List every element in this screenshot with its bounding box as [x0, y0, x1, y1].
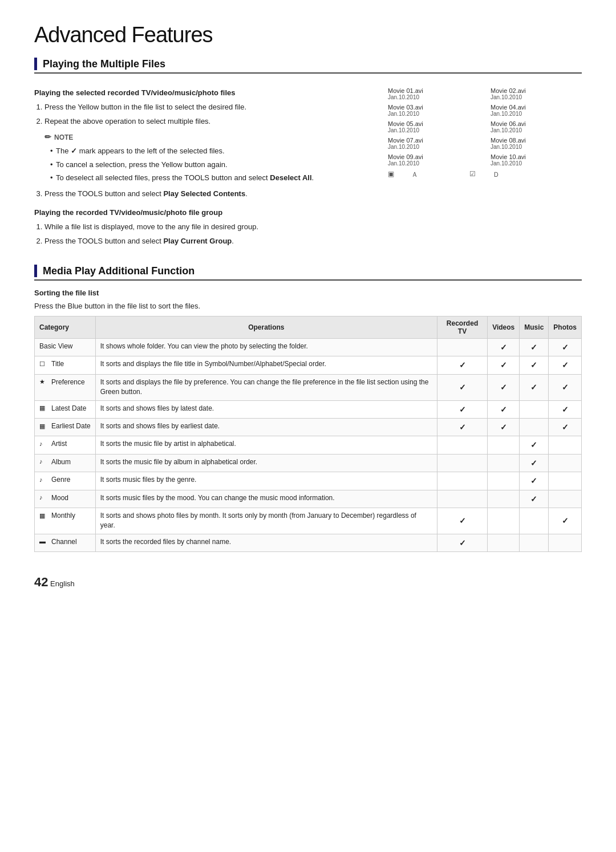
cat-cell-1: ☐Title — [35, 356, 96, 374]
note-label: ✏ NOTE — [44, 131, 376, 143]
icon-square: ▣ — [388, 170, 394, 180]
page-label: English — [50, 579, 75, 588]
photos-cell-7 — [549, 472, 582, 490]
desc-cell-10: It sorts the recorded files by channel n… — [95, 534, 437, 551]
photos-cell-8 — [549, 490, 582, 508]
desc-cell-5: It sorts the music file by artist in alp… — [95, 436, 437, 454]
subsection2-title: Playing the recorded TV/video/music/phot… — [34, 208, 376, 217]
th-recorded-tv: Recorded TV — [437, 317, 487, 339]
th-photos: Photos — [549, 317, 582, 339]
videos-cell-2: ✓ — [488, 374, 520, 400]
cat-cell-6: ♪Album — [35, 454, 96, 472]
desc-cell-3: It sorts and shows files by latest date. — [95, 400, 437, 418]
desc-cell-4: It sorts and shows files by earliest dat… — [95, 418, 437, 436]
file-item-8: Movie 09.avi Jan.10.2010 — [388, 153, 479, 167]
videos-cell-4: ✓ — [488, 418, 520, 436]
videos-cell-5 — [488, 436, 520, 454]
videos-cell-8 — [488, 490, 520, 508]
page-num-area: 42 English — [34, 575, 582, 590]
videos-cell-3: ✓ — [488, 400, 520, 418]
section2-title: Media Play Additional Function — [43, 265, 194, 277]
table-row: ★PreferenceIt sorts and displays the fil… — [35, 374, 582, 400]
cat-cell-5: ♪Artist — [35, 436, 96, 454]
note-item-1: The ✓ mark appears to the left of the se… — [50, 145, 376, 157]
icon-a: Ａ — [411, 170, 418, 180]
videos-cell-6 — [488, 454, 520, 472]
th-music: Music — [520, 317, 549, 339]
recorded_tv-cell-8 — [437, 490, 487, 508]
photos-cell-2: ✓ — [549, 374, 582, 400]
recorded_tv-cell-4: ✓ — [437, 418, 487, 436]
table-row: Basic ViewIt shows whole folder. You can… — [35, 339, 582, 356]
desc-cell-0: It shows whole folder. You can view the … — [95, 339, 437, 356]
music-cell-8: ✓ — [520, 490, 549, 508]
section2-header: Media Play Additional Function — [34, 265, 582, 281]
music-cell-4 — [520, 418, 549, 436]
table-row: ♪ArtistIt sorts the music file by artist… — [35, 436, 582, 454]
desc-cell-6: It sorts the music file by album in alph… — [95, 454, 437, 472]
music-cell-7: ✓ — [520, 472, 549, 490]
music-cell-10 — [520, 534, 549, 551]
section1-content: Playing the selected recorded TV/video/m… — [34, 82, 582, 251]
step-2: Repeat the above operation to select mul… — [44, 116, 376, 184]
file-item-4: Movie 05.avi Jan.10.2010 — [388, 120, 479, 133]
music-cell-1: ✓ — [520, 356, 549, 374]
desc-cell-1: It sorts and displays the file title in … — [95, 356, 437, 374]
recorded_tv-cell-2: ✓ — [437, 374, 487, 400]
page-title: Advanced Features — [34, 23, 582, 47]
music-cell-0: ✓ — [520, 339, 549, 356]
recorded_tv-cell-10: ✓ — [437, 534, 487, 551]
sort-table-body: Basic ViewIt shows whole folder. You can… — [35, 339, 582, 552]
icon-check-box: ☑ — [469, 170, 476, 180]
table-row: ▦Earliest DateIt sorts and shows files b… — [35, 418, 582, 436]
subsection2-steps: While a file list is displayed, move to … — [44, 221, 376, 246]
sub2-step-1: While a file list is displayed, move to … — [44, 221, 376, 233]
note-items: The ✓ mark appears to the left of the se… — [50, 145, 376, 184]
recorded_tv-cell-5 — [437, 436, 487, 454]
section1-header: Playing the Multiple Files — [34, 58, 582, 74]
music-cell-6: ✓ — [520, 454, 549, 472]
photos-cell-6 — [549, 454, 582, 472]
subsection1-steps: Press the Yellow button in the file list… — [44, 102, 376, 199]
section1-left: Playing the selected recorded TV/video/m… — [34, 82, 376, 251]
file-item-5: Movie 06.avi Jan.10.2010 — [491, 120, 582, 133]
table-header-row: Category Operations Recorded TV Videos M… — [35, 317, 582, 339]
sorting-description: Press the Blue button in the file list t… — [34, 302, 582, 310]
recorded_tv-cell-9: ✓ — [437, 508, 487, 534]
cat-cell-2: ★Preference — [35, 374, 96, 400]
recorded_tv-cell-7 — [437, 472, 487, 490]
cat-cell-8: ♪Mood — [35, 490, 96, 508]
recorded_tv-cell-6 — [437, 454, 487, 472]
cat-cell-7: ♪Genre — [35, 472, 96, 490]
step-3: Press the TOOLS button and select Play S… — [44, 188, 376, 200]
table-row: ▦MonthlyIt sorts and shows photo files b… — [35, 508, 582, 534]
note-item-2: To cancel a selection, press the Yellow … — [50, 159, 376, 171]
section1-title: Playing the Multiple Files — [43, 58, 165, 70]
cat-cell-10: ▬Channel — [35, 534, 96, 551]
file-item-7: Movie 08.avi Jan.10.2010 — [491, 137, 582, 150]
cat-cell-9: ▦Monthly — [35, 508, 96, 534]
table-row: ▬ChannelIt sorts the recorded files by c… — [35, 534, 582, 551]
videos-cell-9 — [488, 508, 520, 534]
recorded_tv-cell-0 — [437, 339, 487, 356]
photos-cell-1: ✓ — [549, 356, 582, 374]
recorded_tv-cell-3: ✓ — [437, 400, 487, 418]
icon-d: Ｄ — [493, 170, 500, 180]
photos-cell-0: ✓ — [549, 339, 582, 356]
videos-cell-10 — [488, 534, 520, 551]
file-item-6: Movie 07.avi Jan.10.2010 — [388, 137, 479, 150]
desc-cell-8: It sorts music files by the mood. You ca… — [95, 490, 437, 508]
note-item-3: To deselect all selected files, press th… — [50, 172, 376, 184]
file-item-3: Movie 04.avi Jan.10.2010 — [491, 104, 582, 117]
photos-cell-3: ✓ — [549, 400, 582, 418]
step-1: Press the Yellow button in the file list… — [44, 102, 376, 113]
table-row: ♪MoodIt sorts music files by the mood. Y… — [35, 490, 582, 508]
table-row: ♪GenreIt sorts music files by the genre.… — [35, 472, 582, 490]
file-item-2: Movie 03.avi Jan.10.2010 — [388, 104, 479, 117]
section2-bar — [34, 265, 37, 277]
page-number: 42 — [34, 575, 48, 589]
table-row: ▦Latest DateIt sorts and shows files by … — [35, 400, 582, 418]
subsection1-title: Playing the selected recorded TV/video/m… — [34, 88, 376, 97]
file-item-0: Movie 01.avi Jan.10.2010 — [388, 87, 479, 100]
note-pencil-icon: ✏ — [44, 131, 51, 143]
